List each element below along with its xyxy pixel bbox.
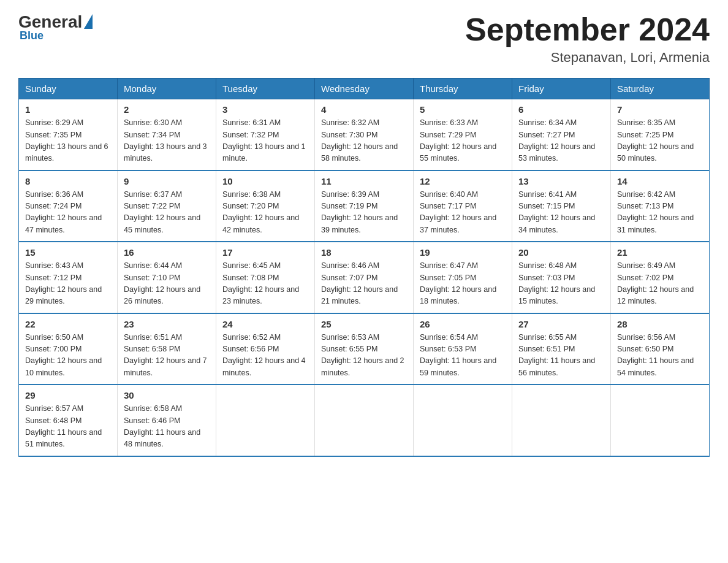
- day-number: 20: [518, 247, 604, 258]
- day-number: 19: [420, 247, 506, 258]
- day-number: 4: [321, 104, 407, 115]
- calendar-cell: 20Sunrise: 6:48 AMSunset: 7:03 PMDayligh…: [512, 242, 611, 313]
- calendar-week-2: 8Sunrise: 6:36 AMSunset: 7:24 PMDaylight…: [19, 170, 710, 242]
- day-info: Sunrise: 6:56 AMSunset: 6:50 PMDaylight:…: [617, 332, 703, 380]
- calendar-cell: [216, 385, 315, 456]
- day-info: Sunrise: 6:45 AMSunset: 7:08 PMDaylight:…: [222, 260, 308, 308]
- calendar-cell: 3Sunrise: 6:31 AMSunset: 7:32 PMDaylight…: [216, 99, 315, 170]
- day-number: 1: [25, 104, 111, 115]
- title-block: September 2024 Stepanavan, Lori, Armenia: [465, 12, 710, 66]
- day-number: 3: [222, 104, 308, 115]
- day-number: 27: [518, 319, 604, 329]
- day-info: Sunrise: 6:40 AMSunset: 7:17 PMDaylight:…: [420, 189, 506, 237]
- page-header: General Blue September 2024 Stepanavan, …: [18, 12, 710, 66]
- day-number: 17: [222, 247, 308, 258]
- calendar-cell: 22Sunrise: 6:50 AMSunset: 7:00 PMDayligh…: [19, 313, 118, 385]
- day-number: 8: [25, 176, 111, 186]
- header-day-saturday: Saturday: [611, 79, 710, 99]
- calendar-cell: 8Sunrise: 6:36 AMSunset: 7:24 PMDaylight…: [19, 170, 118, 242]
- day-number: 21: [617, 247, 703, 258]
- day-info: Sunrise: 6:55 AMSunset: 6:51 PMDaylight:…: [518, 332, 604, 380]
- calendar-cell: 1Sunrise: 6:29 AMSunset: 7:35 PMDaylight…: [19, 99, 118, 170]
- calendar-cell: 17Sunrise: 6:45 AMSunset: 7:08 PMDayligh…: [216, 242, 315, 313]
- day-info: Sunrise: 6:37 AMSunset: 7:22 PMDaylight:…: [124, 189, 210, 237]
- day-info: Sunrise: 6:30 AMSunset: 7:34 PMDaylight:…: [124, 117, 210, 165]
- calendar-cell: 7Sunrise: 6:35 AMSunset: 7:25 PMDaylight…: [611, 99, 710, 170]
- calendar-table: SundayMondayTuesdayWednesdayThursdayFrid…: [18, 78, 710, 457]
- calendar-week-5: 29Sunrise: 6:57 AMSunset: 6:48 PMDayligh…: [19, 385, 710, 456]
- day-info: Sunrise: 6:33 AMSunset: 7:29 PMDaylight:…: [420, 117, 506, 165]
- header-day-monday: Monday: [118, 79, 216, 99]
- day-info: Sunrise: 6:51 AMSunset: 6:58 PMDaylight:…: [124, 332, 210, 380]
- day-number: 10: [222, 176, 308, 186]
- day-info: Sunrise: 6:36 AMSunset: 7:24 PMDaylight:…: [25, 189, 111, 237]
- day-info: Sunrise: 6:53 AMSunset: 6:55 PMDaylight:…: [321, 332, 407, 380]
- calendar-cell: 18Sunrise: 6:46 AMSunset: 7:07 PMDayligh…: [315, 242, 414, 313]
- day-info: Sunrise: 6:43 AMSunset: 7:12 PMDaylight:…: [25, 260, 111, 308]
- day-info: Sunrise: 6:44 AMSunset: 7:10 PMDaylight:…: [124, 260, 210, 308]
- day-info: Sunrise: 6:29 AMSunset: 7:35 PMDaylight:…: [25, 117, 111, 165]
- logo: General Blue: [18, 12, 93, 42]
- header-day-sunday: Sunday: [19, 79, 118, 99]
- day-number: 12: [420, 176, 506, 186]
- month-year-title: September 2024: [465, 12, 710, 47]
- day-number: 18: [321, 247, 407, 258]
- day-info: Sunrise: 6:41 AMSunset: 7:15 PMDaylight:…: [518, 189, 604, 237]
- calendar-cell: 21Sunrise: 6:49 AMSunset: 7:02 PMDayligh…: [611, 242, 710, 313]
- calendar-cell: [611, 385, 710, 456]
- day-number: 14: [617, 176, 703, 186]
- calendar-cell: 29Sunrise: 6:57 AMSunset: 6:48 PMDayligh…: [19, 385, 118, 456]
- calendar-header-row: SundayMondayTuesdayWednesdayThursdayFrid…: [19, 79, 710, 99]
- calendar-cell: 30Sunrise: 6:58 AMSunset: 6:46 PMDayligh…: [118, 385, 216, 456]
- calendar-cell: 9Sunrise: 6:37 AMSunset: 7:22 PMDaylight…: [118, 170, 216, 242]
- day-info: Sunrise: 6:52 AMSunset: 6:56 PMDaylight:…: [222, 332, 308, 380]
- day-info: Sunrise: 6:57 AMSunset: 6:48 PMDaylight:…: [25, 403, 111, 451]
- day-number: 16: [124, 247, 210, 258]
- day-info: Sunrise: 6:58 AMSunset: 6:46 PMDaylight:…: [124, 403, 210, 451]
- calendar-cell: 2Sunrise: 6:30 AMSunset: 7:34 PMDaylight…: [118, 99, 216, 170]
- day-number: 22: [25, 319, 111, 329]
- day-info: Sunrise: 6:31 AMSunset: 7:32 PMDaylight:…: [222, 117, 308, 165]
- day-info: Sunrise: 6:50 AMSunset: 7:00 PMDaylight:…: [25, 332, 111, 380]
- day-info: Sunrise: 6:54 AMSunset: 6:53 PMDaylight:…: [420, 332, 506, 380]
- day-info: Sunrise: 6:42 AMSunset: 7:13 PMDaylight:…: [617, 189, 703, 237]
- calendar-cell: [512, 385, 611, 456]
- calendar-cell: 25Sunrise: 6:53 AMSunset: 6:55 PMDayligh…: [315, 313, 414, 385]
- day-number: 2: [124, 104, 210, 115]
- day-number: 6: [518, 104, 604, 115]
- calendar-week-3: 15Sunrise: 6:43 AMSunset: 7:12 PMDayligh…: [19, 242, 710, 313]
- day-number: 11: [321, 176, 407, 186]
- calendar-cell: [414, 385, 512, 456]
- calendar-cell: 5Sunrise: 6:33 AMSunset: 7:29 PMDaylight…: [414, 99, 512, 170]
- day-info: Sunrise: 6:32 AMSunset: 7:30 PMDaylight:…: [321, 117, 407, 165]
- day-info: Sunrise: 6:39 AMSunset: 7:19 PMDaylight:…: [321, 189, 407, 237]
- day-number: 5: [420, 104, 506, 115]
- logo-triangle-icon: [84, 14, 93, 29]
- day-number: 30: [124, 390, 210, 400]
- day-number: 25: [321, 319, 407, 329]
- day-info: Sunrise: 6:47 AMSunset: 7:05 PMDaylight:…: [420, 260, 506, 308]
- calendar-cell: 12Sunrise: 6:40 AMSunset: 7:17 PMDayligh…: [414, 170, 512, 242]
- day-number: 26: [420, 319, 506, 329]
- day-number: 23: [124, 319, 210, 329]
- day-info: Sunrise: 6:35 AMSunset: 7:25 PMDaylight:…: [617, 117, 703, 165]
- calendar-cell: 23Sunrise: 6:51 AMSunset: 6:58 PMDayligh…: [118, 313, 216, 385]
- header-day-thursday: Thursday: [414, 79, 512, 99]
- day-info: Sunrise: 6:34 AMSunset: 7:27 PMDaylight:…: [518, 117, 604, 165]
- day-info: Sunrise: 6:49 AMSunset: 7:02 PMDaylight:…: [617, 260, 703, 308]
- day-info: Sunrise: 6:46 AMSunset: 7:07 PMDaylight:…: [321, 260, 407, 308]
- calendar-cell: 27Sunrise: 6:55 AMSunset: 6:51 PMDayligh…: [512, 313, 611, 385]
- day-number: 24: [222, 319, 308, 329]
- day-info: Sunrise: 6:48 AMSunset: 7:03 PMDaylight:…: [518, 260, 604, 308]
- day-number: 13: [518, 176, 604, 186]
- calendar-week-4: 22Sunrise: 6:50 AMSunset: 7:00 PMDayligh…: [19, 313, 710, 385]
- header-day-friday: Friday: [512, 79, 611, 99]
- calendar-cell: 28Sunrise: 6:56 AMSunset: 6:50 PMDayligh…: [611, 313, 710, 385]
- calendar-cell: 24Sunrise: 6:52 AMSunset: 6:56 PMDayligh…: [216, 313, 315, 385]
- calendar-week-1: 1Sunrise: 6:29 AMSunset: 7:35 PMDaylight…: [19, 99, 710, 170]
- calendar-cell: 10Sunrise: 6:38 AMSunset: 7:20 PMDayligh…: [216, 170, 315, 242]
- calendar-cell: 4Sunrise: 6:32 AMSunset: 7:30 PMDaylight…: [315, 99, 414, 170]
- calendar-cell: 16Sunrise: 6:44 AMSunset: 7:10 PMDayligh…: [118, 242, 216, 313]
- calendar-cell: 26Sunrise: 6:54 AMSunset: 6:53 PMDayligh…: [414, 313, 512, 385]
- calendar-cell: 13Sunrise: 6:41 AMSunset: 7:15 PMDayligh…: [512, 170, 611, 242]
